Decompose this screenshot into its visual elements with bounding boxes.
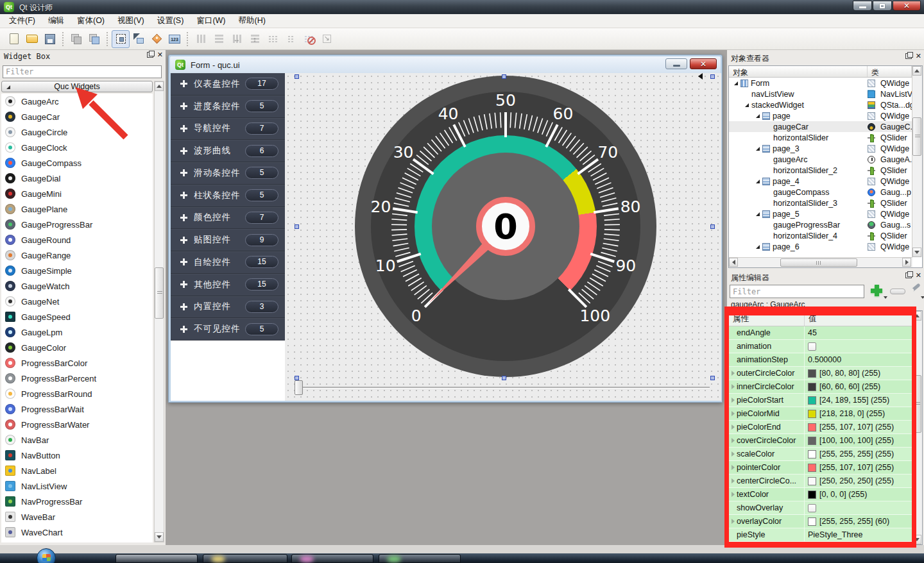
- property-row-scaleColor[interactable]: scaleColor[255, 255, 255] (255): [729, 448, 913, 461]
- inspector-row-horizontalSlider_2[interactable]: horizontalSlider_2QSlider: [729, 165, 912, 176]
- expand-arrow-icon[interactable]: [732, 519, 735, 524]
- close-panel-icon[interactable]: ✕: [157, 52, 163, 58]
- property-row-animation[interactable]: animation: [729, 340, 913, 353]
- column-class[interactable]: 类: [868, 66, 912, 77]
- menu-item-5[interactable]: 窗口(W): [190, 13, 232, 28]
- selection-handle[interactable]: [502, 376, 506, 380]
- menu-item-3[interactable]: 视图(V): [111, 13, 151, 28]
- property-row-animationStep[interactable]: animationStep0.500000: [729, 353, 913, 367]
- widget-item-WaveBar[interactable]: WaveBar: [1, 509, 153, 525]
- property-row-showOverlay[interactable]: showOverlay: [729, 501, 913, 515]
- nav-item-10[interactable]: 内置控件3: [171, 296, 285, 319]
- widget-list-scrollbar[interactable]: [154, 81, 164, 542]
- expand-arrow-icon[interactable]: [732, 492, 735, 497]
- widget-item-ProgressBarWater[interactable]: ProgressBarWater: [1, 417, 153, 432]
- expand-arrow-icon[interactable]: [732, 465, 735, 470]
- taskbar-button[interactable]: [203, 554, 287, 563]
- float-panel-icon[interactable]: [147, 52, 153, 58]
- property-vscrollbar[interactable]: [912, 311, 922, 544]
- expand-arrow-icon[interactable]: [732, 438, 735, 443]
- widget-item-ProgressBarColor[interactable]: ProgressBarColor: [1, 355, 153, 371]
- property-filter-input[interactable]: [730, 285, 864, 298]
- nav-item-0[interactable]: 仪表盘控件17: [171, 73, 285, 96]
- menu-item-6[interactable]: 帮助(H): [232, 13, 272, 28]
- nav-item-11[interactable]: 不可见控件5: [171, 318, 285, 340]
- open-form-button[interactable]: [23, 30, 41, 48]
- form-minimize-button[interactable]: [665, 58, 687, 69]
- property-row-centerCircleCo...[interactable]: centerCircleCo...[250, 250, 250] (255): [729, 475, 913, 488]
- float-panel-icon[interactable]: [905, 273, 912, 278]
- property-row-pieColorEnd[interactable]: pieColorEnd[255, 107, 107] (255): [729, 421, 913, 434]
- selection-handle[interactable]: [295, 376, 299, 380]
- property-row-overlayColor[interactable]: overlayColor[255, 255, 255] (60): [729, 515, 913, 528]
- adjust-size-button[interactable]: [318, 30, 336, 48]
- inspector-row-gaugeProgressBar[interactable]: gaugeProgressBarGaug...s: [729, 219, 912, 230]
- inspector-row-stackedWidget[interactable]: stackedWidgetQSta...dg: [729, 99, 912, 110]
- form-close-button[interactable]: ✕: [690, 58, 717, 69]
- edit-signals-button[interactable]: [130, 30, 148, 48]
- widget-item-GaugeWatch[interactable]: GaugeWatch: [1, 278, 153, 294]
- widget-item-ProgressBarWait[interactable]: ProgressBarWait: [1, 401, 153, 417]
- selection-handle[interactable]: [710, 224, 715, 229]
- expander-icon[interactable]: [734, 81, 738, 85]
- close-button[interactable]: ✕: [893, 1, 921, 11]
- menu-item-0[interactable]: 文件(F): [3, 13, 42, 28]
- expand-arrow-icon[interactable]: [732, 384, 735, 389]
- expander-icon[interactable]: [756, 114, 760, 118]
- layout-splitter-h-button[interactable]: ↔: [228, 30, 246, 48]
- float-panel-icon[interactable]: [905, 53, 912, 59]
- widget-item-GaugeNet[interactable]: GaugeNet: [1, 294, 153, 309]
- widget-item-GaugeDial[interactable]: GaugeDial: [1, 171, 153, 186]
- inspector-vscrollbar[interactable]: [912, 66, 922, 257]
- windows-start-button[interactable]: [37, 548, 56, 563]
- inspector-row-page_6[interactable]: page_6QWidge: [729, 241, 912, 252]
- widget-item-GaugeSimple[interactable]: GaugeSimple: [1, 263, 153, 278]
- widget-item-GaugeSpeed[interactable]: GaugeSpeed: [1, 309, 153, 324]
- inspector-row-page_3[interactable]: page_3QWidge: [729, 143, 912, 154]
- nav-item-3[interactable]: 波形曲线6: [171, 140, 285, 162]
- widget-item-GaugeArc[interactable]: GaugeArc: [1, 94, 153, 109]
- widget-item-NavLabel[interactable]: NavLabel: [1, 463, 153, 478]
- taskbar-button[interactable]: [116, 554, 198, 563]
- add-dynamic-property-button[interactable]: [869, 283, 886, 299]
- column-object[interactable]: 对象: [729, 66, 868, 77]
- scroll-down-button[interactable]: [912, 248, 921, 257]
- inspector-hscrollbar[interactable]: [729, 257, 912, 267]
- widget-item-GaugeColor[interactable]: GaugeColor: [1, 340, 153, 355]
- menu-item-4[interactable]: 设置(S): [151, 13, 191, 28]
- scroll-up-button[interactable]: [912, 311, 921, 321]
- checkbox-unchecked[interactable]: [808, 504, 816, 512]
- expand-arrow-icon[interactable]: [732, 424, 735, 430]
- scroll-down-button[interactable]: [912, 535, 921, 544]
- minimize-button[interactable]: [853, 1, 872, 11]
- checkbox-unchecked[interactable]: [808, 342, 816, 351]
- widget-item-GaugeCompass[interactable]: GaugeCompass: [1, 155, 153, 171]
- selection-handle[interactable]: [295, 224, 299, 229]
- edit-buddies-button[interactable]: [148, 30, 166, 48]
- inspector-row-page[interactable]: pageQWidge: [729, 110, 912, 121]
- scroll-thumb[interactable]: [155, 267, 164, 319]
- inspector-row-page_4[interactable]: page_4QWidge: [729, 176, 912, 187]
- selection-handle[interactable]: [710, 376, 715, 380]
- widget-item-GaugeCar[interactable]: GaugeCar: [1, 109, 153, 124]
- close-panel-icon[interactable]: ✕: [916, 273, 921, 278]
- design-canvas[interactable]: 0102030405060708090100 0: [285, 73, 721, 401]
- layout-splitter-v-button[interactable]: ↕: [246, 30, 264, 48]
- widget-item-NavListView[interactable]: NavListView: [1, 478, 153, 494]
- property-row-pieColorMid[interactable]: pieColorMid[218, 218, 0] (255): [729, 407, 913, 421]
- layout-horizontal-button[interactable]: [192, 30, 210, 48]
- scroll-left-button[interactable]: [729, 258, 738, 267]
- inspector-row-gaugeCar[interactable]: gaugeCarGaugeC...: [729, 121, 912, 132]
- layout-form-button[interactable]: [282, 30, 300, 48]
- widget-item-GaugeMini[interactable]: GaugeMini: [1, 186, 153, 201]
- expander-icon[interactable]: [756, 180, 760, 183]
- nav-item-5[interactable]: 柱状条控件5: [171, 185, 285, 207]
- scroll-down-button[interactable]: [155, 532, 164, 542]
- property-row-textColor[interactable]: textColor[0, 0, 0] (255): [729, 488, 913, 501]
- taskbar-button[interactable]: [291, 554, 373, 563]
- property-row-pointerColor[interactable]: pointerColor[255, 107, 107] (255): [729, 461, 913, 475]
- configure-property-editor-button[interactable]: [909, 283, 923, 299]
- menu-item-1[interactable]: 编辑: [42, 13, 71, 28]
- widget-item-GaugeClock[interactable]: GaugeClock: [1, 140, 153, 155]
- remove-dynamic-property-button[interactable]: [890, 289, 905, 294]
